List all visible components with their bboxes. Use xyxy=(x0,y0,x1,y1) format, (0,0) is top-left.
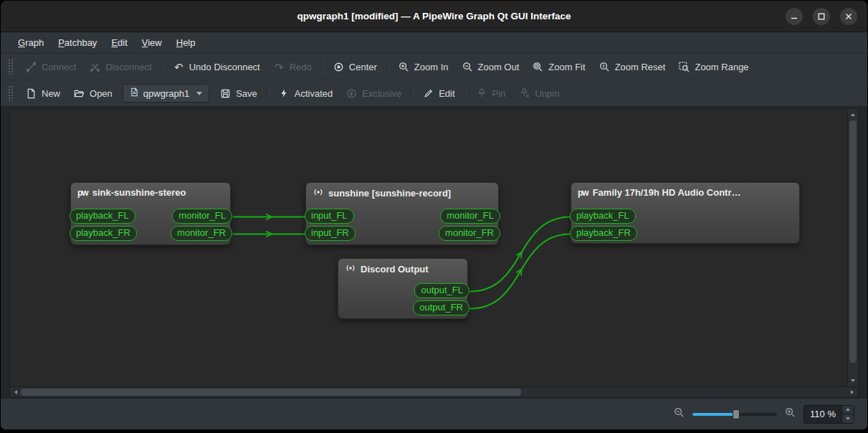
edit-label: Edit xyxy=(439,88,454,99)
undo-button[interactable]: ↶ Undo Disconnect xyxy=(166,57,267,77)
new-button[interactable]: New xyxy=(19,84,67,103)
graph-canvas[interactable]: pw sink-sunshine-stereo playback_FL play… xyxy=(9,108,848,387)
port-playback-fl[interactable]: playback_FL xyxy=(70,209,135,224)
zoom-fit-label: Zoom Fit xyxy=(548,62,585,72)
zoom-out-magnifier-icon xyxy=(674,407,685,421)
vertical-scrollbar-thumb[interactable] xyxy=(849,120,857,363)
toolbar-separator xyxy=(465,86,466,100)
node-sunshine-record[interactable]: sunshine [sunshine-record] input_FL inpu… xyxy=(305,182,499,245)
toolbar-separator xyxy=(411,86,412,100)
spinbox-buttons xyxy=(841,406,854,423)
pin-icon xyxy=(476,87,488,100)
edit-button[interactable]: Edit xyxy=(416,84,461,103)
open-button[interactable]: Open xyxy=(67,84,119,103)
pin-label: Pin xyxy=(492,88,506,99)
main-content: pw sink-sunshine-stereo playback_FL play… xyxy=(1,107,867,398)
session-file-icon xyxy=(130,87,139,99)
connect-button[interactable]: Connect xyxy=(19,57,82,77)
port-monitor-fl[interactable]: monitor_FL xyxy=(440,209,500,224)
exclusive-icon xyxy=(345,87,358,100)
disconnect-label: Disconnect xyxy=(105,62,151,72)
close-button[interactable] xyxy=(840,8,857,25)
disconnect-button[interactable]: Disconnect xyxy=(82,57,158,77)
horizontal-scrollbar[interactable] xyxy=(9,387,859,398)
toolbar-grip[interactable] xyxy=(8,85,13,101)
new-label: New xyxy=(42,88,60,99)
pin-button[interactable]: Pin xyxy=(469,84,512,103)
zoom-in-label: Zoom In xyxy=(414,62,449,72)
scroll-left-arrow-icon[interactable] xyxy=(11,387,20,397)
scroll-down-arrow-icon[interactable] xyxy=(848,376,858,385)
session-combobox[interactable]: qpwgraph1 xyxy=(123,84,209,103)
save-label: Save xyxy=(236,88,257,99)
zoom-in-magnifier-icon xyxy=(785,407,796,421)
connect-icon xyxy=(25,61,37,73)
unpin-button[interactable]: Unpin xyxy=(512,84,566,103)
port-monitor-fl[interactable]: monitor_FL xyxy=(172,209,232,224)
center-button[interactable]: Center xyxy=(326,57,383,77)
open-folder-icon xyxy=(73,87,85,100)
new-file-icon xyxy=(25,87,37,100)
port-input-fl[interactable]: input_FL xyxy=(305,209,354,224)
zoom-value: 110 % xyxy=(804,406,841,423)
toolbar-graph: Connect Disconnect ↶ Undo Disconnect ↷ R… xyxy=(1,54,867,80)
node-sink-sunshine-stereo[interactable]: pw sink-sunshine-stereo playback_FL play… xyxy=(70,182,231,245)
zoom-range-label: Zoom Range xyxy=(695,62,748,72)
vertical-scrollbar[interactable] xyxy=(848,108,859,387)
save-button[interactable]: Save xyxy=(213,84,264,103)
pipewire-icon: pw xyxy=(578,188,588,198)
activated-button[interactable]: Activated xyxy=(272,84,339,103)
spin-down-button[interactable] xyxy=(842,414,854,423)
activated-bolt-icon xyxy=(278,87,290,100)
window-controls xyxy=(786,1,857,32)
zoom-reset-button[interactable]: Zoom Reset xyxy=(592,57,672,77)
zoom-in-button[interactable]: Zoom In xyxy=(391,57,455,77)
activated-label: Activated xyxy=(295,88,333,99)
maximize-button[interactable] xyxy=(813,8,830,25)
menu-edit[interactable]: Edit xyxy=(104,35,134,50)
menu-help[interactable]: Help xyxy=(169,35,203,50)
zoom-fit-icon xyxy=(532,61,544,73)
spin-up-button[interactable] xyxy=(842,406,854,415)
center-label: Center xyxy=(349,62,377,72)
minimize-button[interactable] xyxy=(786,8,803,25)
unpin-label: Unpin xyxy=(535,88,559,99)
toolbar-grip[interactable] xyxy=(8,59,13,75)
redo-icon: ↷ xyxy=(273,61,285,73)
zoom-spinbox[interactable]: 110 % xyxy=(803,405,854,424)
port-playback-fr[interactable]: playback_FR xyxy=(570,226,637,241)
port-input-fr[interactable]: input_FR xyxy=(305,226,356,241)
port-monitor-fr[interactable]: monitor_FR xyxy=(171,226,232,241)
port-output-fr[interactable]: output_FR xyxy=(413,300,469,315)
zoom-out-label: Zoom Out xyxy=(478,62,520,72)
port-monitor-fr[interactable]: monitor_FR xyxy=(439,226,500,241)
menu-view[interactable]: View xyxy=(135,35,169,50)
zoom-slider[interactable] xyxy=(692,408,777,421)
zoom-range-button[interactable]: Zoom Range xyxy=(672,57,755,77)
node-header: pw sink-sunshine-stereo xyxy=(71,183,230,201)
port-playback-fl[interactable]: playback_FL xyxy=(570,209,636,224)
zoom-controls: 110 % xyxy=(674,405,854,424)
zoom-fit-button[interactable]: Zoom Fit xyxy=(525,57,591,77)
node-discord-output[interactable]: Discord Output output_FL output_FR xyxy=(338,258,468,319)
node-header: pw Family 17h/19h HD Audio Contr… xyxy=(571,183,799,201)
scroll-up-arrow-icon[interactable] xyxy=(848,110,858,119)
node-family-hd-audio[interactable]: pw Family 17h/19h HD Audio Contr… playba… xyxy=(571,182,800,244)
zoom-slider-thumb[interactable] xyxy=(733,409,740,419)
horizontal-scrollbar-thumb[interactable] xyxy=(21,389,521,396)
zoom-reset-label: Zoom Reset xyxy=(615,62,666,72)
redo-button[interactable]: ↷ Redo xyxy=(267,57,318,77)
undo-icon: ↶ xyxy=(173,61,185,73)
zoom-out-button[interactable]: Zoom Out xyxy=(455,57,526,77)
zoom-range-icon xyxy=(678,61,690,73)
exclusive-button[interactable]: Exclusive xyxy=(339,84,408,103)
toolbar-separator xyxy=(387,60,388,74)
stream-icon xyxy=(345,263,356,275)
titlebar[interactable]: qpwgraph1 [modified] — A PipeWire Graph … xyxy=(1,1,867,32)
scroll-right-arrow-icon[interactable] xyxy=(848,387,857,397)
menu-graph[interactable]: Graph xyxy=(11,35,51,50)
port-output-fl[interactable]: output_FL xyxy=(414,283,469,298)
port-playback-fr[interactable]: playback_FR xyxy=(70,226,137,241)
menu-patchbay[interactable]: Patchbay xyxy=(51,35,104,50)
zoom-reset-icon xyxy=(598,61,611,73)
